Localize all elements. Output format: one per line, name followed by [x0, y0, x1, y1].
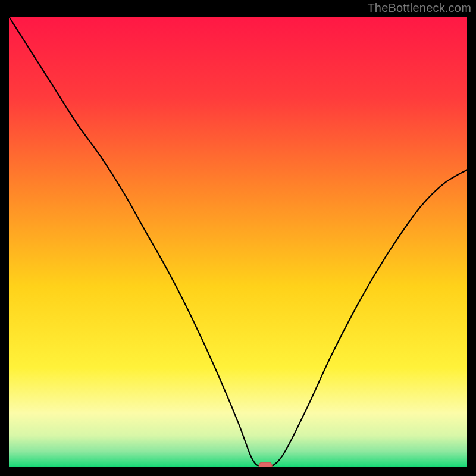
plot-area	[9, 17, 467, 467]
chart-frame: TheBottleneck.com	[0, 0, 476, 476]
optimum-marker	[259, 462, 272, 467]
gradient-background	[9, 17, 467, 467]
attribution-text: TheBottleneck.com	[367, 1, 471, 15]
bottleneck-chart-svg	[9, 17, 467, 467]
